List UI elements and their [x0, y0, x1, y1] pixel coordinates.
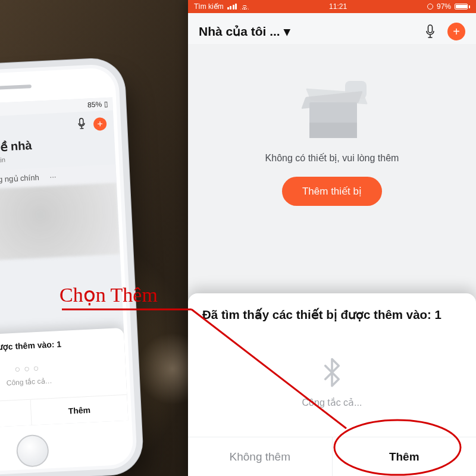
left-phone-mockup: 14:31 85% ▯ :Home ▾ + o mừng trở v: [0, 64, 137, 476]
right-screenshot: Tìm kiếm 11:21 97% Nhà của tôi ... ▾ +: [188, 0, 476, 476]
room-tab-more[interactable]: ···: [49, 172, 57, 181]
battery-icon: [455, 4, 470, 10]
wifi-icon: [240, 4, 249, 10]
chevron-down-icon: ▾: [284, 24, 290, 39]
device-caption: Công tắc cả...: [202, 397, 462, 408]
app-header: Nhà của tôi ... ▾ +: [188, 13, 476, 44]
dont-add-button[interactable]: Không thêm: [188, 437, 333, 476]
status-time: 11:21: [329, 2, 347, 11]
battery-percent: 97%: [437, 2, 451, 11]
status-battery: 85% ▯: [87, 100, 108, 109]
room-tab[interactable]: Phòng ngủ chính: [0, 173, 39, 185]
svg-rect-0: [80, 118, 84, 125]
found-devices-sheet: y các thiết bị được thêm vào: 1 ○○○ Công…: [0, 328, 129, 430]
status-bar: Tìm kiếm 11:21 97%: [188, 0, 476, 13]
left-phone-screen: 14:31 85% ▯ :Home ▾ + o mừng trở v: [0, 97, 129, 430]
sheet-title: y các thiết bị được thêm vào: 1: [0, 337, 116, 355]
bluetooth-icon: [202, 356, 462, 391]
dont-add-button[interactable]: ông thêm: [0, 400, 32, 430]
add-button[interactable]: Thêm: [333, 437, 477, 476]
add-button[interactable]: Thêm: [30, 395, 128, 425]
signal-icon: [227, 4, 237, 10]
plus-icon[interactable]: +: [93, 117, 107, 131]
carrier-text: Tìm kiếm: [194, 2, 224, 11]
found-devices-sheet: Đã tìm thấy các thiết bị được thêm vào: …: [188, 293, 476, 476]
add-button-icon[interactable]: +: [447, 23, 465, 40]
mic-icon[interactable]: [77, 118, 87, 133]
assistive-touch-blur: [0, 183, 120, 264]
mic-icon[interactable]: [425, 24, 436, 39]
home-dropdown[interactable]: Nhà của tôi ... ▾: [199, 24, 290, 39]
svg-rect-1: [428, 25, 433, 33]
alarm-icon: [427, 4, 433, 10]
device-caption: Công tắc cả…: [0, 374, 118, 391]
sheet-title: Đã tìm thấy các thiết bị được thêm vào: …: [202, 306, 462, 323]
